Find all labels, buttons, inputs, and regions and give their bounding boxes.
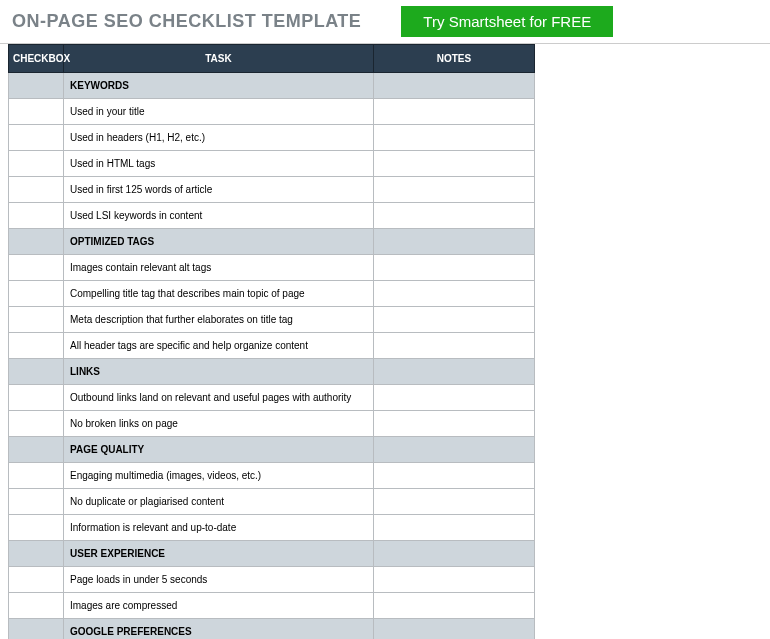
table-row: Used in first 125 words of article xyxy=(9,177,535,203)
section-row: KEYWORDS xyxy=(9,73,535,99)
notes-cell[interactable] xyxy=(374,255,535,281)
notes-cell[interactable] xyxy=(374,489,535,515)
task-cell: Outbound links land on relevant and usef… xyxy=(64,385,374,411)
table-row: Images are compressed xyxy=(9,593,535,619)
checkbox-cell[interactable] xyxy=(9,593,64,619)
checkbox-cell[interactable] xyxy=(9,333,64,359)
table-row: Engaging multimedia (images, videos, etc… xyxy=(9,463,535,489)
checkbox-cell[interactable] xyxy=(9,203,64,229)
task-cell: No broken links on page xyxy=(64,411,374,437)
checkbox-cell[interactable] xyxy=(9,255,64,281)
notes-cell[interactable] xyxy=(374,151,535,177)
section-checkbox-cell xyxy=(9,437,64,463)
table-row: Used in your title xyxy=(9,99,535,125)
col-header-notes: NOTES xyxy=(374,45,535,73)
header-row: CHECKBOX TASK NOTES xyxy=(9,45,535,73)
notes-cell[interactable] xyxy=(374,307,535,333)
table-row: Compelling title tag that describes main… xyxy=(9,281,535,307)
checkbox-cell[interactable] xyxy=(9,489,64,515)
task-cell: Used LSI keywords in content xyxy=(64,203,374,229)
section-name: USER EXPERIENCE xyxy=(64,541,374,567)
table-row: Information is relevant and up-to-date xyxy=(9,515,535,541)
checkbox-cell[interactable] xyxy=(9,125,64,151)
section-name: KEYWORDS xyxy=(64,73,374,99)
task-cell: All header tags are specific and help or… xyxy=(64,333,374,359)
col-header-task: TASK xyxy=(64,45,374,73)
notes-cell[interactable] xyxy=(374,411,535,437)
notes-cell[interactable] xyxy=(374,463,535,489)
notes-cell[interactable] xyxy=(374,515,535,541)
section-notes-cell xyxy=(374,229,535,255)
section-checkbox-cell xyxy=(9,541,64,567)
section-notes-cell xyxy=(374,359,535,385)
section-checkbox-cell xyxy=(9,359,64,385)
checkbox-cell[interactable] xyxy=(9,281,64,307)
checkbox-cell[interactable] xyxy=(9,567,64,593)
section-row: USER EXPERIENCE xyxy=(9,541,535,567)
notes-cell[interactable] xyxy=(374,177,535,203)
task-cell: Used in first 125 words of article xyxy=(64,177,374,203)
section-name: GOOGLE PREFERENCES xyxy=(64,619,374,640)
table-row: Outbound links land on relevant and usef… xyxy=(9,385,535,411)
table-row: Used in headers (H1, H2, etc.) xyxy=(9,125,535,151)
checkbox-cell[interactable] xyxy=(9,307,64,333)
checkbox-cell[interactable] xyxy=(9,515,64,541)
section-checkbox-cell xyxy=(9,619,64,640)
header-bar: ON-PAGE SEO CHECKLIST TEMPLATE Try Smart… xyxy=(0,0,770,44)
task-cell: Used in HTML tags xyxy=(64,151,374,177)
table-row: Page loads in under 5 seconds xyxy=(9,567,535,593)
section-row: OPTIMIZED TAGS xyxy=(9,229,535,255)
try-smartsheet-button[interactable]: Try Smartsheet for FREE xyxy=(401,6,613,37)
section-row: PAGE QUALITY xyxy=(9,437,535,463)
section-name: LINKS xyxy=(64,359,374,385)
table-row: All header tags are specific and help or… xyxy=(9,333,535,359)
table-row: Used in HTML tags xyxy=(9,151,535,177)
section-checkbox-cell xyxy=(9,73,64,99)
col-header-checkbox: CHECKBOX xyxy=(9,45,64,73)
notes-cell[interactable] xyxy=(374,281,535,307)
checkbox-cell[interactable] xyxy=(9,463,64,489)
section-notes-cell xyxy=(374,73,535,99)
section-name: PAGE QUALITY xyxy=(64,437,374,463)
task-cell: Compelling title tag that describes main… xyxy=(64,281,374,307)
section-row: LINKS xyxy=(9,359,535,385)
section-notes-cell xyxy=(374,541,535,567)
task-cell: Page loads in under 5 seconds xyxy=(64,567,374,593)
notes-cell[interactable] xyxy=(374,333,535,359)
checklist-table-wrap: CHECKBOX TASK NOTES KEYWORDSUsed in your… xyxy=(0,44,770,639)
checkbox-cell[interactable] xyxy=(9,411,64,437)
section-row: GOOGLE PREFERENCES xyxy=(9,619,535,640)
table-row: Used LSI keywords in content xyxy=(9,203,535,229)
notes-cell[interactable] xyxy=(374,125,535,151)
task-cell: Meta description that further elaborates… xyxy=(64,307,374,333)
notes-cell[interactable] xyxy=(374,385,535,411)
task-cell: Images contain relevant alt tags xyxy=(64,255,374,281)
notes-cell[interactable] xyxy=(374,567,535,593)
checkbox-cell[interactable] xyxy=(9,385,64,411)
section-notes-cell xyxy=(374,437,535,463)
task-cell: Used in your title xyxy=(64,99,374,125)
notes-cell[interactable] xyxy=(374,99,535,125)
page-title: ON-PAGE SEO CHECKLIST TEMPLATE xyxy=(12,11,361,32)
task-cell: Engaging multimedia (images, videos, etc… xyxy=(64,463,374,489)
section-name: OPTIMIZED TAGS xyxy=(64,229,374,255)
section-checkbox-cell xyxy=(9,229,64,255)
task-cell: Images are compressed xyxy=(64,593,374,619)
section-notes-cell xyxy=(374,619,535,640)
table-row: No broken links on page xyxy=(9,411,535,437)
checklist-table: CHECKBOX TASK NOTES KEYWORDSUsed in your… xyxy=(8,44,535,639)
table-row: Meta description that further elaborates… xyxy=(9,307,535,333)
notes-cell[interactable] xyxy=(374,593,535,619)
checkbox-cell[interactable] xyxy=(9,99,64,125)
notes-cell[interactable] xyxy=(374,203,535,229)
table-row: No duplicate or plagiarised content xyxy=(9,489,535,515)
task-cell: No duplicate or plagiarised content xyxy=(64,489,374,515)
task-cell: Information is relevant and up-to-date xyxy=(64,515,374,541)
checkbox-cell[interactable] xyxy=(9,177,64,203)
task-cell: Used in headers (H1, H2, etc.) xyxy=(64,125,374,151)
table-row: Images contain relevant alt tags xyxy=(9,255,535,281)
checkbox-cell[interactable] xyxy=(9,151,64,177)
